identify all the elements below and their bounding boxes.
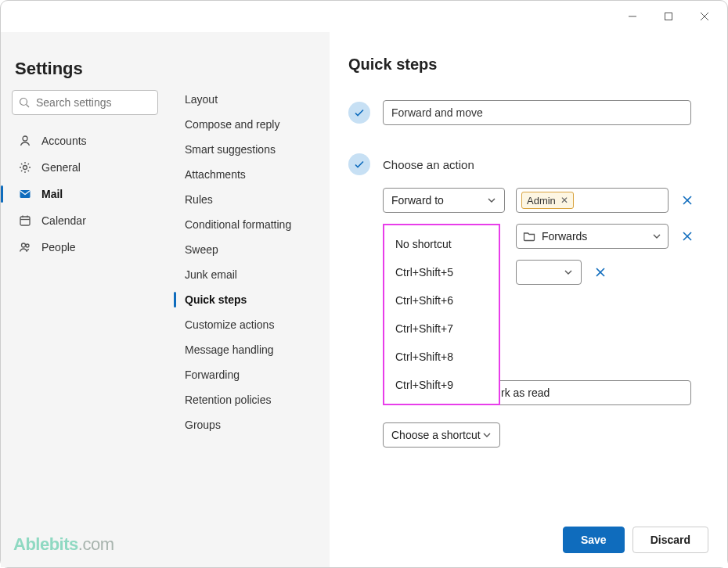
action-body: Forward to Admin ✕ [383, 188, 704, 448]
maximize-icon [664, 12, 673, 21]
choose-action-label: Choose an action [383, 158, 474, 171]
sidebar-item-calendar[interactable]: Calendar [12, 207, 158, 234]
window-body: Settings Accounts General [1, 32, 727, 567]
remove-action-button[interactable] [593, 266, 608, 279]
svg-rect-1 [665, 13, 672, 20]
window-titlebar [1, 1, 727, 32]
sidebar: Settings Accounts General [1, 32, 169, 567]
sidebar-item-label: People [41, 241, 76, 253]
svg-point-7 [23, 166, 27, 170]
sidebar-item-people[interactable]: People [12, 234, 158, 261]
midnav-item-groups[interactable]: Groups [169, 412, 330, 437]
search-input[interactable] [12, 90, 158, 115]
midnav-item-sweep[interactable]: Sweep [169, 237, 330, 262]
chip-label: Admin [527, 195, 556, 207]
main-panel: Quick steps Choose an action Forward to [330, 32, 727, 567]
mail-settings-nav: Layout Compose and reply Smart suggestio… [169, 32, 330, 567]
shortcut-option[interactable]: Ctrl+Shift+5 [384, 258, 499, 286]
choose-action-header: Choose an action [348, 153, 704, 175]
folder-picker[interactable]: Forwards [516, 224, 669, 249]
shortcut-dropdown[interactable]: Choose a shortcut [383, 422, 500, 448]
folder-label: Forwards [542, 230, 587, 243]
search-wrap [12, 90, 158, 115]
footer-buttons: Save Discard [563, 527, 708, 553]
midnav-item-conditional-formatting[interactable]: Conditional formatting [169, 212, 330, 237]
settings-window: Settings Accounts General [0, 0, 728, 568]
extra-dropdown[interactable] [516, 260, 582, 285]
sidebar-item-label: General [41, 161, 81, 174]
recipient-chip[interactable]: Admin ✕ [521, 192, 574, 209]
search-icon [19, 97, 30, 108]
chip-remove-icon[interactable]: ✕ [560, 195, 568, 206]
svg-point-6 [23, 136, 27, 141]
chevron-down-icon [564, 268, 573, 277]
quickstep-name-row [348, 100, 704, 125]
folder-icon [523, 230, 535, 243]
midnav-item-retention-policies[interactable]: Retention policies [169, 387, 330, 412]
watermark-suffix: .com [78, 534, 114, 554]
sidebar-item-general[interactable]: General [12, 154, 158, 181]
shortcut-option[interactable]: Ctrl+Shift+7 [384, 315, 499, 343]
minimize-icon [628, 12, 637, 21]
mail-icon [18, 188, 32, 200]
midnav-item-attachments[interactable]: Attachments [169, 162, 330, 187]
chevron-down-icon [482, 430, 492, 440]
sidebar-item-mail[interactable]: Mail [12, 181, 158, 207]
sidebar-item-label: Calendar [41, 214, 86, 227]
midnav-item-quick-steps[interactable]: Quick steps [169, 287, 330, 312]
midnav-item-compose[interactable]: Compose and reply [169, 112, 330, 137]
svg-point-13 [22, 243, 26, 247]
midnav-item-rules[interactable]: Rules [169, 187, 330, 212]
people-icon [18, 241, 32, 253]
watermark: Ablebits.com [13, 534, 114, 555]
midnav-item-customize-actions[interactable]: Customize actions [169, 312, 330, 337]
maximize-button[interactable] [651, 4, 687, 29]
main-title: Quick steps [348, 56, 704, 74]
midnav-item-message-handling[interactable]: Message handling [169, 337, 330, 362]
step-check-icon [348, 102, 370, 124]
shortcut-option[interactable]: Ctrl+Shift+8 [384, 343, 499, 371]
action-type-dropdown[interactable]: Forward to [383, 188, 505, 213]
person-icon [18, 135, 32, 147]
discard-button[interactable]: Discard [632, 527, 708, 553]
mark-read-label: rk as read [501, 386, 550, 399]
save-button[interactable]: Save [563, 527, 625, 553]
midnav-item-smart-suggestions[interactable]: Smart suggestions [169, 137, 330, 162]
minimize-button[interactable] [614, 4, 651, 29]
remove-action-button[interactable] [679, 194, 695, 207]
midnav-item-layout[interactable]: Layout [169, 87, 330, 112]
svg-point-14 [26, 244, 29, 247]
watermark-brand: Ablebits [13, 534, 78, 554]
chevron-down-icon [487, 196, 496, 205]
svg-rect-9 [20, 217, 30, 225]
action-row-forward: Forward to Admin ✕ [383, 188, 704, 213]
gear-icon [18, 161, 32, 174]
chevron-down-icon [652, 232, 661, 241]
dropdown-value: Choose a shortcut [391, 429, 481, 441]
quickstep-name-input[interactable] [383, 100, 691, 125]
step-check-icon [348, 153, 370, 175]
svg-point-4 [20, 99, 27, 106]
sidebar-item-label: Accounts [41, 135, 87, 147]
remove-action-button[interactable] [679, 230, 695, 243]
sidebar-item-label: Mail [41, 188, 63, 200]
close-button[interactable] [687, 4, 723, 29]
sidebar-item-accounts[interactable]: Accounts [12, 128, 158, 154]
shortcut-option[interactable]: No shortcut [384, 230, 499, 258]
svg-line-5 [27, 105, 30, 108]
calendar-icon [18, 214, 32, 227]
recipient-input[interactable]: Admin ✕ [516, 188, 669, 213]
close-icon [700, 12, 709, 21]
shortcut-option[interactable]: Ctrl+Shift+9 [384, 371, 499, 399]
page-title: Settings [12, 32, 158, 90]
midnav-item-junk-email[interactable]: Junk email [169, 262, 330, 287]
shortcut-popup: No shortcut Ctrl+Shift+5 Ctrl+Shift+6 Ct… [383, 224, 500, 405]
midnav-item-forwarding[interactable]: Forwarding [169, 362, 330, 387]
shortcut-option[interactable]: Ctrl+Shift+6 [384, 286, 499, 315]
dropdown-value: Forward to [391, 194, 444, 207]
